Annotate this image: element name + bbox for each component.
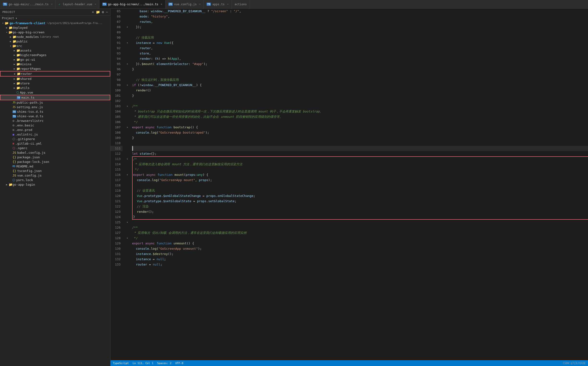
tree-item-babel-config[interactable]: ▶ JS babel.config.js: [0, 150, 110, 155]
fold-marker[interactable]: [125, 225, 130, 230]
tree-item-go-app-login[interactable]: ▶ 📁 go-app-login: [0, 182, 110, 187]
tree-item-env-prod[interactable]: ▶ ⚙ .env.prod: [0, 128, 110, 132]
fold-marker[interactable]: [125, 241, 130, 246]
tab-close-btn[interactable]: ×: [199, 3, 201, 6]
new-file-icon[interactable]: +: [92, 10, 94, 14]
tree-item-shared[interactable]: ▶ 📁 shared: [0, 76, 110, 81]
tab-close-btn[interactable]: ×: [95, 3, 96, 6]
tree-item-public[interactable]: ▶ 📁 public: [0, 39, 110, 44]
fold-marker[interactable]: [125, 162, 130, 167]
tree-item-assets[interactable]: ▶ 📁 assets: [0, 48, 110, 53]
fold-marker[interactable]: [125, 72, 130, 77]
tab-actions[interactable]: actions: [232, 0, 250, 9]
fold-marker[interactable]: [125, 251, 130, 257]
tab-vue-config-js[interactable]: JS vue.config.js ×: [166, 0, 204, 9]
tree-item-shims-tsx[interactable]: ▶ TS shims-tsx.d.ts: [0, 109, 110, 114]
fold-marker[interactable]: [125, 188, 130, 193]
tab-close-btn[interactable]: ×: [161, 3, 162, 6]
tree-item-package-lock-json[interactable]: ▶ {} package-lock.json: [0, 160, 110, 164]
tree-item-src[interactable]: ▾ 📂 src: [0, 44, 110, 48]
fold-marker[interactable]: [125, 19, 130, 24]
tab-close-btn[interactable]: ×: [227, 3, 229, 6]
fold-marker[interactable]: [125, 130, 130, 135]
fold-marker[interactable]: [125, 56, 130, 61]
tree-item-deployed[interactable]: ▶ 📁 deployed: [0, 25, 110, 30]
fold-marker[interactable]: [125, 109, 130, 114]
tree-item-tsconfig[interactable]: ▶ {} tsconfig.json: [0, 169, 110, 173]
settings-icon[interactable]: ⚙: [102, 10, 104, 14]
tab-apps-ts[interactable]: TS apps.ts ×: [204, 0, 231, 9]
fold-marker[interactable]: [125, 167, 130, 172]
fold-marker[interactable]: [125, 119, 130, 125]
tree-item-readme[interactable]: ▶ MD README.md: [0, 164, 110, 169]
tree-item-gitignore[interactable]: ▶ ⬡ .gitignore: [0, 137, 110, 141]
tree-item-env-basic[interactable]: ▶ ⚙ .env.basic: [0, 123, 110, 128]
fold-marker[interactable]: [125, 77, 130, 83]
fold-marker[interactable]: ▾: [125, 220, 130, 225]
fold-marker[interactable]: [125, 114, 130, 119]
tree-item-package-json[interactable]: ▶ {} package.json: [0, 155, 110, 160]
fold-marker[interactable]: [125, 14, 130, 19]
tree-item-setting-env[interactable]: ▶ JS setting.env.js: [0, 105, 110, 109]
tree-item-eslintrc[interactable]: ▶ ◉ .eslintrc.js: [0, 132, 110, 137]
fold-marker[interactable]: [125, 204, 130, 209]
fold-marker[interactable]: [125, 9, 130, 14]
fold-marker[interactable]: ▾: [125, 156, 130, 162]
fold-marker[interactable]: [125, 30, 130, 35]
tree-item-main-ts[interactable]: ▶ TS main.ts: [0, 95, 110, 100]
tree-item-go-pc-ui[interactable]: ▶ 📁 go-pc-ui: [0, 57, 110, 62]
tree-item-node-modules[interactable]: ▶ 📁 node_modules library root: [0, 35, 110, 39]
tree-item-shims-vue[interactable]: ▶ TS shims-vue.d.ts: [0, 114, 110, 118]
fold-marker[interactable]: ▾: [125, 125, 130, 130]
fold-marker[interactable]: [125, 230, 130, 236]
tree-item-store[interactable]: ▶ 📁 store: [0, 81, 110, 86]
new-folder-icon[interactable]: 📁: [96, 10, 100, 14]
fold-marker[interactable]: ▾: [125, 104, 130, 109]
tree-root[interactable]: ▾ 📂 go-framework-client ~/project/2021/q…: [0, 21, 110, 25]
project-dropdown[interactable]: Project ▾: [0, 15, 110, 21]
tree-item-utils[interactable]: ▶ 📁 utils: [0, 86, 110, 90]
tree-item-app-vue[interactable]: ▶ ⬡ App.vue: [0, 90, 110, 95]
tree-item-router[interactable]: ▶ 📁 router: [0, 71, 110, 76]
fold-marker[interactable]: [125, 214, 130, 220]
fold-marker[interactable]: [125, 51, 130, 56]
fold-marker[interactable]: [125, 35, 130, 40]
fold-marker[interactable]: [125, 135, 130, 141]
fold-marker[interactable]: [125, 88, 130, 93]
tree-item-gitlab-ci[interactable]: ▶ ≡ .gitlab-ci.yml: [0, 141, 110, 146]
tree-item-public-path[interactable]: ▶ JS public-path.js: [0, 100, 110, 105]
fold-marker[interactable]: [125, 98, 130, 104]
fold-marker[interactable]: [125, 141, 130, 146]
fold-marker[interactable]: [125, 151, 130, 156]
fold-marker[interactable]: [125, 183, 130, 188]
tab-close-btn[interactable]: ×: [51, 3, 53, 6]
fold-marker[interactable]: [125, 67, 130, 72]
fold-marker[interactable]: ▾: [125, 236, 130, 241]
tree-item-mixins[interactable]: ▶ 📁 mixins: [0, 62, 110, 66]
tab-go-app-main-ts[interactable]: TS go-app-main/.../main.ts ×: [0, 0, 56, 9]
fold-marker[interactable]: [125, 209, 130, 214]
fold-marker[interactable]: [125, 246, 130, 251]
fold-marker[interactable]: [125, 193, 130, 198]
fold-marker[interactable]: ▾: [125, 61, 130, 67]
tab-layout-header-vue[interactable]: ✓ layout-header.vue ×: [56, 0, 99, 9]
fold-marker[interactable]: [125, 146, 130, 151]
fold-marker[interactable]: ▾: [125, 24, 130, 30]
collapse-icon[interactable]: −: [106, 10, 108, 14]
fold-marker[interactable]: ▾: [125, 40, 130, 46]
fold-marker[interactable]: ▾: [125, 172, 130, 177]
tree-item-vue-config[interactable]: ▶ JS vue.config.js: [0, 173, 110, 178]
tree-item-browserslistrc[interactable]: ▶ ⚙ .browserslistrc: [0, 118, 110, 123]
fold-marker[interactable]: ▾: [125, 83, 130, 88]
tree-item-npmrc[interactable]: ▶ ⬡ .npmrc: [0, 146, 110, 150]
tree-item-yarn-lock[interactable]: ▶ ⬡ yarn.lock: [0, 178, 110, 182]
fold-marker[interactable]: [125, 46, 130, 51]
tree-item-bigscreenpages[interactable]: ▶ 📁 bigScreenPages: [0, 53, 110, 57]
fold-marker[interactable]: [125, 257, 130, 262]
tree-item-reportpages[interactable]: ▶ 📁 reportPages: [0, 66, 110, 71]
fold-marker[interactable]: [125, 198, 130, 204]
tree-item-go-app-big-screen[interactable]: ▾ 📂 go-app-big-screen: [0, 30, 110, 35]
tab-go-app-big-screen-ts[interactable]: TS go-app-big-screen/.../main.ts ×: [99, 0, 166, 9]
fold-marker[interactable]: [125, 177, 130, 183]
fold-marker[interactable]: [125, 93, 130, 98]
